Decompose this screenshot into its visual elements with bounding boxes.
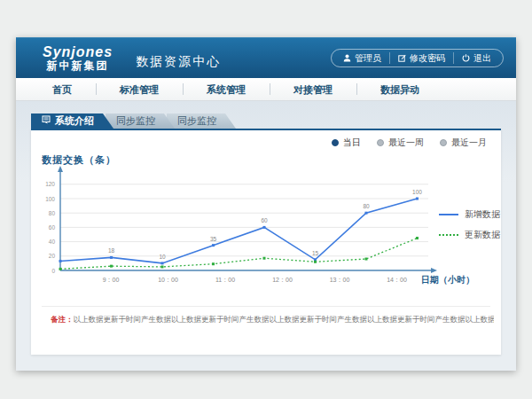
- svg-text:20: 20: [49, 253, 56, 259]
- divider: [42, 306, 490, 307]
- app-header: Synjones 新中新集团 数据资源中心 管理员 修改密码 退出: [16, 37, 516, 78]
- radio-unselected-icon: [440, 139, 447, 146]
- svg-text:9：00: 9：00: [103, 277, 120, 283]
- svg-text:12：00: 12：00: [272, 277, 293, 283]
- radio-label: 最近一月: [451, 137, 487, 149]
- radio-label: 最近一周: [388, 137, 424, 149]
- radio-today[interactable]: 当日: [332, 137, 361, 149]
- nav-item-interface-mgmt[interactable]: 对接管理: [270, 78, 356, 101]
- radio-last-month[interactable]: 最近一月: [440, 137, 487, 149]
- time-range-filter: 当日 最近一周 最近一月: [332, 137, 487, 149]
- tab-bar: 系统介绍 同步监控 同步监控: [31, 113, 236, 129]
- note-text: 以上数据更新于时间产生数据以上数据更新于时间产生数据以上数据更新于时间产生数据以…: [74, 315, 495, 324]
- svg-text:15: 15: [312, 250, 319, 256]
- chart-legend: 新增数据 更新数据: [439, 208, 500, 249]
- svg-text:60: 60: [49, 224, 56, 231]
- svg-text:35: 35: [210, 236, 217, 242]
- svg-text:13：00: 13：00: [330, 277, 350, 283]
- svg-text:0: 0: [51, 268, 55, 274]
- legend-label: 新增数据: [465, 208, 500, 221]
- tab-label: 同步监控: [116, 113, 155, 129]
- nav-item-system-mgmt[interactable]: 系统管理: [183, 78, 270, 101]
- blue-line-icon: [439, 214, 458, 215]
- tab-system-intro[interactable]: 系统介绍: [31, 113, 113, 129]
- radio-selected-icon: [332, 139, 339, 146]
- user-menu-label: 退出: [473, 52, 491, 65]
- svg-text:120: 120: [45, 181, 55, 187]
- svg-text:10: 10: [159, 254, 166, 260]
- user-menu: 管理员 修改密码 退出: [331, 49, 504, 67]
- legend-item-new-data[interactable]: 新增数据: [439, 208, 500, 221]
- svg-text:10：00: 10：00: [158, 277, 178, 283]
- logo-primary-text: Synjones: [43, 44, 113, 60]
- nav-item-home[interactable]: 首页: [28, 78, 96, 101]
- logo-secondary-text: 新中新集团: [43, 60, 113, 72]
- svg-text:11：00: 11：00: [215, 277, 235, 283]
- tab-label: 同步监控: [177, 113, 216, 129]
- note-label: 备注：: [51, 315, 74, 324]
- brand-logo: Synjones 新中新集团: [43, 44, 113, 72]
- svg-text:80: 80: [363, 203, 370, 209]
- legend-item-update-data[interactable]: 更新数据: [439, 229, 500, 241]
- nav-item-standard-mgmt[interactable]: 标准管理: [96, 78, 183, 101]
- tab-sync-monitor-2[interactable]: 同步监控: [167, 113, 236, 129]
- svg-text:100: 100: [45, 196, 55, 202]
- radio-unselected-icon: [377, 139, 384, 146]
- legend-label: 更新数据: [465, 229, 500, 241]
- svg-text:60: 60: [261, 217, 268, 223]
- nav-item-data-change[interactable]: 数据异动: [356, 78, 443, 101]
- content-area: 系统介绍 同步监控 同步监控 当日 最近一周: [16, 101, 516, 371]
- svg-text:40: 40: [49, 239, 56, 245]
- user-menu-label: 管理员: [355, 52, 381, 65]
- footer-note: 备注：以上数据更新于时间产生数据以上数据更新于时间产生数据以上数据更新于时间产生…: [51, 315, 494, 325]
- radio-last-week[interactable]: 最近一周: [377, 137, 424, 149]
- power-icon: [462, 54, 470, 62]
- edit-icon: [398, 54, 406, 62]
- user-menu-admin[interactable]: 管理员: [335, 52, 389, 64]
- tab-sync-monitor-1[interactable]: 同步监控: [106, 113, 175, 129]
- user-menu-logout[interactable]: 退出: [453, 52, 499, 64]
- svg-text:14：00: 14：00: [387, 277, 407, 283]
- user-menu-change-password[interactable]: 修改密码: [389, 52, 453, 64]
- main-nav: 首页 标准管理 系统管理 对接管理 数据异动: [16, 78, 516, 101]
- svg-text:80: 80: [49, 210, 56, 216]
- tab-label: 系统介绍: [55, 113, 94, 129]
- user-icon: [343, 54, 351, 62]
- page-title: 数据资源中心: [136, 47, 221, 70]
- user-menu-label: 修改密码: [410, 52, 445, 65]
- app-window: Synjones 新中新集团 数据资源中心 管理员 修改密码 退出: [16, 37, 516, 371]
- green-dotted-line-icon: [439, 234, 458, 236]
- svg-text:日期（小时）: 日期（小时）: [421, 275, 474, 285]
- y-axis-title: 数据交换（条）: [42, 153, 116, 167]
- chart-panel: 当日 最近一周 最近一月 数据交换（条） 0204060801001209：00…: [31, 129, 501, 355]
- radio-label: 当日: [343, 137, 361, 149]
- svg-text:100: 100: [412, 189, 422, 195]
- document-icon: [42, 113, 51, 129]
- svg-text:18: 18: [108, 247, 115, 254]
